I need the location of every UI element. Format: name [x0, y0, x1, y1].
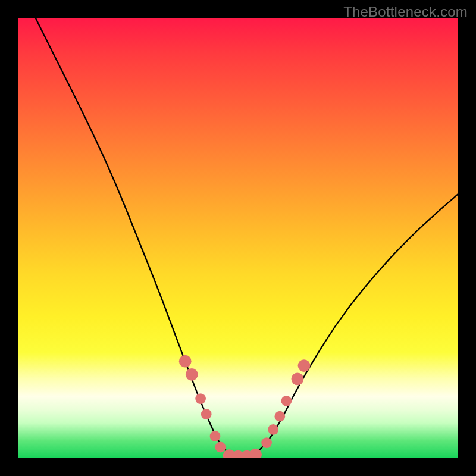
data-marker [186, 368, 198, 381]
bottleneck-curve [36, 18, 458, 458]
data-marker [261, 437, 272, 448]
data-marker [201, 409, 212, 419]
data-marker [281, 396, 292, 406]
data-marker [292, 372, 304, 385]
data-marker [195, 393, 206, 404]
curve-svg [18, 18, 458, 458]
data-marker [210, 431, 221, 441]
gradient-plot-area [18, 18, 458, 458]
data-marker [215, 442, 226, 453]
data-marker [274, 411, 285, 422]
data-marker [179, 355, 192, 368]
data-marker [298, 359, 311, 372]
data-marker [268, 424, 278, 435]
chart-frame: TheBottleneck.com [0, 0, 476, 476]
marker-group [179, 355, 311, 458]
